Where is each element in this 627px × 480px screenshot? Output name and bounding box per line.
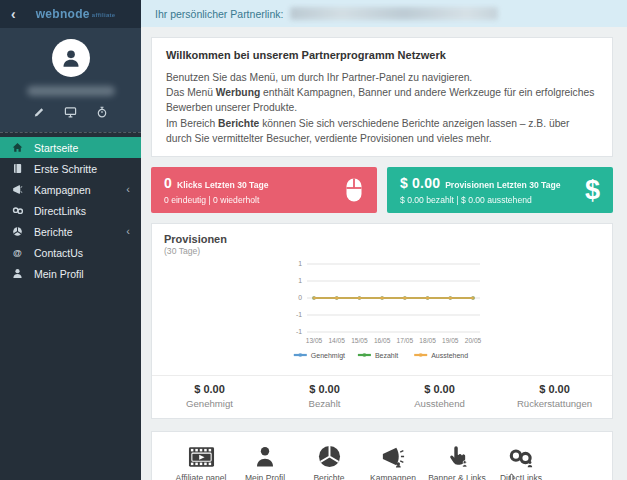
svg-text:18/05: 18/05 xyxy=(419,337,436,344)
partner-link-label: Ihr persönlicher Partnerlink: xyxy=(155,8,283,20)
svg-text:0: 0 xyxy=(298,295,302,302)
summary-ausstehend: $ 0.00 Ausstehend xyxy=(382,376,497,418)
svg-text:Genehmigt: Genehmigt xyxy=(311,352,345,360)
sidebar-item-startseite[interactable]: Startseite xyxy=(0,137,141,158)
username-blurred xyxy=(27,86,115,96)
svg-text:17/05: 17/05 xyxy=(397,337,414,344)
svg-text:14/05: 14/05 xyxy=(328,337,345,344)
commissions-label: Provisionen Letzten 30 Tage xyxy=(445,180,560,190)
links-icon xyxy=(489,443,553,468)
shortcut-label: Berichte xyxy=(297,473,361,480)
edit-icon[interactable] xyxy=(33,106,45,118)
sidebar-item-label: Kampagnen xyxy=(34,184,91,196)
sidebar-menu: Startseite Erste Schritte Kampagnen ‹ xyxy=(0,132,141,284)
user-icon xyxy=(60,47,82,69)
svg-text:16/05: 16/05 xyxy=(374,337,391,344)
sidebar-item-erste-schritte[interactable]: Erste Schritte xyxy=(0,158,141,179)
svg-text:20/05: 20/05 xyxy=(465,337,482,344)
svg-text:1: 1 xyxy=(298,278,302,285)
svg-text:-1: -1 xyxy=(296,312,302,319)
sidebar-item-label: ContactUs xyxy=(34,247,83,259)
shortcut-banner-links[interactable]: Banner & Links xyxy=(425,443,489,480)
summary-genehmigt: $ 0.00 Genehmigt xyxy=(152,376,267,418)
commissions-value: $ 0.00 xyxy=(400,175,440,191)
affiliate-dashboard: ‹ webnodeaffiliate xyxy=(0,0,627,480)
welcome-panel: Willkommen bei unserem Partnerprogramm N… xyxy=(151,37,613,157)
megaphone-icon xyxy=(361,443,425,468)
sidebar-item-label: DirectLinks xyxy=(34,205,86,217)
clicks-value: 0 xyxy=(164,175,172,191)
shortcuts-panel: Affiliate panel tutorial video Mein Prof… xyxy=(151,431,613,480)
partner-link-bar: Ihr persönlicher Partnerlink: xyxy=(141,0,627,27)
logo-bar: ‹ webnodeaffiliate xyxy=(0,0,141,28)
chart-subtitle: (30 Tage) xyxy=(164,246,600,256)
stat-cards: 0 Klicks Letzten 30 Tage 0 eindeutig | 0… xyxy=(151,167,613,213)
book-icon xyxy=(9,163,26,174)
chevron-left-icon: ‹ xyxy=(126,184,130,195)
welcome-text: Benutzen Sie das Menü, um durch Ihr Part… xyxy=(166,70,598,146)
sidebar-item-directlinks[interactable]: DirectLinks xyxy=(0,200,141,221)
shortcut-label: Kampagnen xyxy=(361,473,425,480)
svg-text:19/05: 19/05 xyxy=(442,337,459,344)
chevron-left-icon: ‹ xyxy=(126,226,130,237)
brand-badge: affiliate xyxy=(92,12,116,18)
svg-text:Ausstehend: Ausstehend xyxy=(431,352,468,359)
sidebar-item-contactus[interactable]: @ ContactUs xyxy=(0,242,141,263)
shortcut-label: Banner & Links xyxy=(425,473,489,480)
commissions-detail: $ 0.00 bezahlt | $ 0.00 ausstehend xyxy=(400,195,585,205)
collapse-sidebar-icon[interactable]: ‹ xyxy=(11,7,16,21)
home-icon xyxy=(9,142,26,153)
sidebar-item-berichte[interactable]: Berichte ‹ xyxy=(0,221,141,242)
shortcut-directlinks[interactable]: DirectLinks xyxy=(489,443,553,480)
sidebar-item-label: Mein Profil xyxy=(34,268,84,280)
sidebar-item-label: Erste Schritte xyxy=(34,163,97,175)
summary-bezahlt: $ 0.00 Bezahlt xyxy=(267,376,382,418)
shortcut-label: DirectLinks xyxy=(489,473,553,480)
at-icon: @ xyxy=(9,248,26,258)
commissions-line-chart: 110-1-113/0514/0515/0516/0517/0518/0519/… xyxy=(152,257,612,364)
partner-link-blurred[interactable] xyxy=(290,7,498,20)
svg-text:Bezahlt: Bezahlt xyxy=(375,352,398,359)
shortcut-label: Affiliate panel tutorial video xyxy=(169,473,233,480)
shortcut-label: Mein Profil xyxy=(233,473,297,480)
profile-section xyxy=(0,28,141,132)
dollar-icon: $ xyxy=(585,177,600,204)
megaphone-icon xyxy=(9,184,26,195)
pie-icon xyxy=(9,226,26,237)
mouse-icon xyxy=(344,177,364,203)
summary-row: $ 0.00 Genehmigt $ 0.00 Bezahlt $ 0.00 A… xyxy=(152,375,612,418)
chart-title: Provisionen xyxy=(164,233,600,245)
commissions-chart-panel: Provisionen (30 Tage) 110-1-113/0514/051… xyxy=(151,223,613,419)
svg-text:-1: -1 xyxy=(296,329,302,336)
hand-banner-icon xyxy=(425,443,489,468)
clicks-label: Klicks Letzten 30 Tage xyxy=(177,180,269,190)
stopwatch-icon[interactable] xyxy=(96,106,108,118)
links-icon xyxy=(9,205,26,216)
avatar xyxy=(52,39,90,77)
commissions-card: $ 0.00 Provisionen Letzten 30 Tage $ 0.0… xyxy=(387,167,613,213)
summary-rueckerstattungen: $ 0.00 Rückerstattungen xyxy=(497,376,612,418)
main-content: Willkommen bei unserem Partnerprogramm N… xyxy=(141,27,627,480)
shortcut-kampagnen[interactable]: Kampagnen xyxy=(361,443,425,480)
sidebar: ‹ webnodeaffiliate xyxy=(0,0,141,480)
monitor-icon[interactable] xyxy=(64,106,77,118)
brand-logo: webnodeaffiliate xyxy=(36,7,116,21)
svg-text:1: 1 xyxy=(298,261,302,268)
clicks-detail: 0 eindeutig | 0 wiederholt xyxy=(164,195,344,205)
svg-text:13/05: 13/05 xyxy=(306,337,323,344)
sidebar-item-mein-profil[interactable]: Mein Profil xyxy=(0,263,141,284)
film-icon xyxy=(169,443,233,468)
welcome-title: Willkommen bei unserem Partnerprogramm N… xyxy=(166,49,598,61)
shortcut-mein-profil[interactable]: Mein Profil xyxy=(233,443,297,480)
shortcut-berichte[interactable]: Berichte xyxy=(297,443,361,480)
pie-icon xyxy=(297,443,361,468)
user-icon xyxy=(233,443,297,468)
sidebar-item-kampagnen[interactable]: Kampagnen ‹ xyxy=(0,179,141,200)
user-icon xyxy=(9,268,26,279)
profile-actions xyxy=(0,106,141,118)
clicks-card: 0 Klicks Letzten 30 Tage 0 eindeutig | 0… xyxy=(151,167,377,213)
sidebar-item-label: Startseite xyxy=(34,142,78,154)
shortcut-tutorial-video[interactable]: Affiliate panel tutorial video xyxy=(169,443,233,480)
svg-text:15/05: 15/05 xyxy=(351,337,368,344)
sidebar-item-label: Berichte xyxy=(34,226,73,238)
